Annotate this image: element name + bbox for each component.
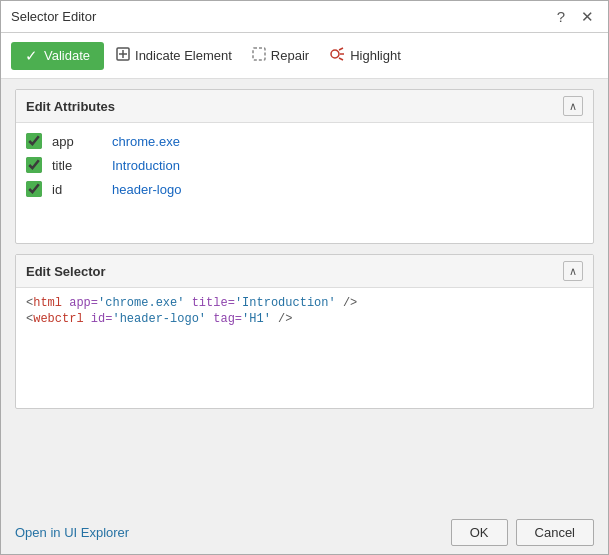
attributes-collapse-button[interactable]: ∧ bbox=[563, 96, 583, 116]
close-bracket-1: /> bbox=[343, 296, 357, 310]
value-h1: 'H1' bbox=[242, 312, 271, 326]
selector-collapse-button[interactable]: ∧ bbox=[563, 261, 583, 281]
selector-line-2: <webctrl id='header-logo' tag='H1' /> bbox=[26, 312, 583, 326]
cancel-button[interactable]: Cancel bbox=[516, 519, 594, 546]
footer-buttons: OK Cancel bbox=[451, 519, 594, 546]
close-button[interactable]: ✕ bbox=[577, 9, 598, 24]
indicate-element-label: Indicate Element bbox=[135, 48, 232, 63]
title-bar-controls: ? ✕ bbox=[553, 9, 598, 24]
attr-name-app: app bbox=[52, 134, 102, 149]
toolbar: ✓ Validate Indicate Element Repair bbox=[1, 33, 608, 79]
title-checkbox[interactable] bbox=[26, 157, 42, 173]
attr-value-id: header-logo bbox=[112, 182, 181, 197]
attributes-table: app chrome.exe title Introduction id hea… bbox=[16, 123, 593, 243]
open-ui-explorer-link[interactable]: Open in UI Explorer bbox=[15, 525, 129, 540]
indicate-icon bbox=[116, 47, 130, 64]
highlight-label: Highlight bbox=[350, 48, 401, 63]
repair-icon bbox=[252, 47, 266, 64]
attr-tag: tag= bbox=[213, 312, 242, 326]
dialog-title: Selector Editor bbox=[11, 9, 96, 24]
value-chrome: 'chrome.exe' bbox=[98, 296, 184, 310]
selector-line-1: <html app='chrome.exe' title='Introducti… bbox=[26, 296, 583, 310]
selector-section-header: Edit Selector ∧ bbox=[16, 255, 593, 288]
table-row: title Introduction bbox=[26, 155, 583, 175]
attr-title: title= bbox=[192, 296, 235, 310]
repair-button[interactable]: Repair bbox=[244, 43, 317, 68]
attr-value-title: Introduction bbox=[112, 158, 180, 173]
highlight-icon bbox=[329, 47, 345, 64]
attr-name-id: id bbox=[52, 182, 102, 197]
close-bracket-2: /> bbox=[278, 312, 292, 326]
svg-line-7 bbox=[339, 58, 343, 60]
app-checkbox[interactable] bbox=[26, 133, 42, 149]
attributes-section-title: Edit Attributes bbox=[26, 99, 115, 114]
indicate-element-button[interactable]: Indicate Element bbox=[108, 43, 240, 68]
check-icon: ✓ bbox=[25, 47, 38, 65]
validate-label: Validate bbox=[44, 48, 90, 63]
tag-html: html bbox=[33, 296, 62, 310]
svg-point-4 bbox=[331, 50, 339, 58]
table-row: app chrome.exe bbox=[26, 131, 583, 151]
repair-label: Repair bbox=[271, 48, 309, 63]
tag-webctrl: webctrl bbox=[33, 312, 83, 326]
content-area: Edit Attributes ∧ app chrome.exe title I… bbox=[1, 79, 608, 511]
ok-button[interactable]: OK bbox=[451, 519, 508, 546]
selector-section-title: Edit Selector bbox=[26, 264, 105, 279]
validate-button[interactable]: ✓ Validate bbox=[11, 42, 104, 70]
selector-editor[interactable]: <html app='chrome.exe' title='Introducti… bbox=[16, 288, 593, 408]
attr-value-app: chrome.exe bbox=[112, 134, 180, 149]
title-bar: Selector Editor ? ✕ bbox=[1, 1, 608, 33]
edit-selector-section: Edit Selector ∧ <html app='chrome.exe' t… bbox=[15, 254, 594, 409]
footer: Open in UI Explorer OK Cancel bbox=[1, 511, 608, 554]
help-button[interactable]: ? bbox=[553, 9, 569, 24]
selector-editor-dialog: Selector Editor ? ✕ ✓ Validate Indicate … bbox=[0, 0, 609, 555]
svg-rect-3 bbox=[253, 48, 265, 60]
attr-id: id= bbox=[91, 312, 113, 326]
highlight-button[interactable]: Highlight bbox=[321, 43, 409, 68]
svg-line-5 bbox=[339, 48, 343, 50]
attr-name-title: title bbox=[52, 158, 102, 173]
attributes-section-header: Edit Attributes ∧ bbox=[16, 90, 593, 123]
table-row: id header-logo bbox=[26, 179, 583, 199]
attr-app: app= bbox=[69, 296, 98, 310]
value-introduction: 'Introduction' bbox=[235, 296, 336, 310]
id-checkbox[interactable] bbox=[26, 181, 42, 197]
value-header-logo: 'header-logo' bbox=[112, 312, 206, 326]
edit-attributes-section: Edit Attributes ∧ app chrome.exe title I… bbox=[15, 89, 594, 244]
